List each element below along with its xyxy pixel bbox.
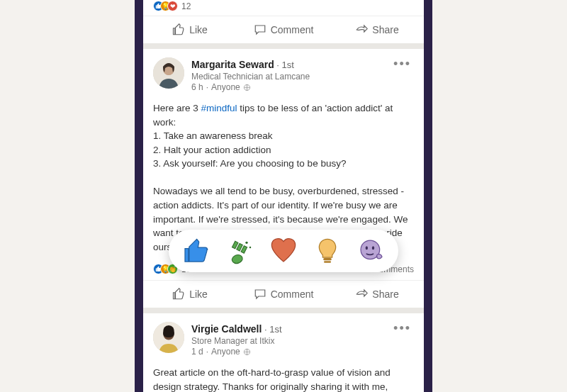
svg-point-13	[366, 246, 368, 250]
thumbs-up-icon	[172, 288, 185, 301]
globe-icon	[243, 348, 251, 356]
love-icon[interactable]	[269, 237, 298, 265]
celebrate-icon[interactable]	[225, 237, 254, 265]
like-label: Like	[189, 24, 208, 35]
list-line-2: 2. Halt your action addiction	[153, 145, 271, 155]
like-icon[interactable]	[181, 237, 210, 265]
avatar-image	[153, 57, 184, 89]
svg-rect-9	[323, 258, 332, 260]
list-line-3: 3. Ask yourself: Are you choosing to be …	[153, 158, 346, 169]
comment-button[interactable]: Comment	[237, 281, 330, 308]
post-card-partial: 💡 ❤ 12 Like Comment Share	[143, 0, 424, 43]
like-button[interactable]: Like	[143, 16, 237, 43]
action-bar: Like Comment Share	[143, 280, 424, 308]
avatar[interactable]	[153, 322, 184, 353]
list-line-1: 1. Take an awareness break	[153, 130, 273, 141]
post-age: 1 d	[191, 347, 203, 357]
comment-icon	[254, 288, 266, 301]
comment-label: Comment	[271, 289, 314, 300]
share-icon	[355, 288, 368, 301]
thumbs-up-icon	[172, 23, 185, 36]
action-bar: Like Comment Share	[143, 16, 424, 43]
like-label: Like	[189, 289, 208, 300]
share-label: Share	[372, 24, 398, 35]
love-reaction-badge: ❤	[167, 1, 178, 11]
curious-icon[interactable]	[357, 237, 386, 265]
feed-screen: 💡 ❤ 12 Like Comment Share	[143, 0, 424, 392]
comment-button[interactable]: Comment	[237, 16, 330, 43]
phone-frame: 💡 ❤ 12 Like Comment Share	[135, 0, 432, 392]
svg-rect-10	[324, 261, 331, 263]
svg-point-14	[372, 246, 374, 250]
share-button[interactable]: Share	[330, 281, 424, 308]
svg-point-6	[231, 254, 244, 265]
svg-point-8	[249, 247, 252, 249]
share-icon	[355, 23, 368, 36]
author-title: Medical Technician at Lamcane	[191, 72, 391, 82]
share-button[interactable]: Share	[330, 16, 424, 43]
overflow-menu-button[interactable]: •••	[391, 322, 414, 335]
connection-degree: · 1st	[274, 60, 294, 70]
visibility-label: Anyone	[211, 347, 240, 357]
overflow-menu-button[interactable]: •••	[391, 57, 414, 70]
avatar-image	[153, 322, 184, 353]
svg-point-7	[245, 242, 247, 244]
author-title: Store Manager at Itkix	[191, 336, 391, 347]
post-header: Margarita Seward · 1st Medical Technicia…	[143, 49, 424, 97]
post-card: Virgie Caldwell · 1st Store Manager at I…	[143, 313, 424, 392]
body-text-a: Here are 3	[153, 103, 201, 113]
like-button[interactable]: Like	[143, 281, 237, 308]
globe-icon	[243, 84, 251, 91]
reaction-count: 12	[181, 1, 191, 11]
post-header: Virgie Caldwell · 1st Store Manager at I…	[143, 313, 424, 362]
author-block: Virgie Caldwell · 1st Store Manager at I…	[191, 322, 391, 357]
body-text-a: Great article on the oft-hard-to-grasp v…	[153, 367, 391, 392]
post-meta: 1 d · Anyone	[191, 347, 391, 357]
hashtag[interactable]: #mindful	[201, 103, 237, 113]
author-block: Margarita Seward · 1st Medical Technicia…	[191, 57, 391, 93]
visibility-label: Anyone	[211, 82, 240, 93]
post-meta: 6 h · Anyone	[191, 82, 391, 93]
reaction-popover	[169, 230, 398, 272]
share-label: Share	[372, 289, 398, 300]
post-body: Great article on the oft-hard-to-grasp v…	[143, 362, 424, 392]
comment-label: Comment	[271, 24, 314, 35]
insightful-icon[interactable]	[313, 237, 342, 265]
comment-icon	[254, 23, 266, 36]
reaction-summary[interactable]: 💡 ❤ 12	[143, 0, 424, 16]
author-name[interactable]: Margarita Seward	[191, 59, 274, 70]
reaction-icons-cluster: 💡 ❤	[153, 1, 178, 11]
avatar[interactable]	[153, 57, 184, 89]
connection-degree: · 1st	[262, 324, 281, 335]
post-age: 6 h	[191, 82, 203, 93]
author-name[interactable]: Virgie Caldwell	[191, 323, 262, 335]
